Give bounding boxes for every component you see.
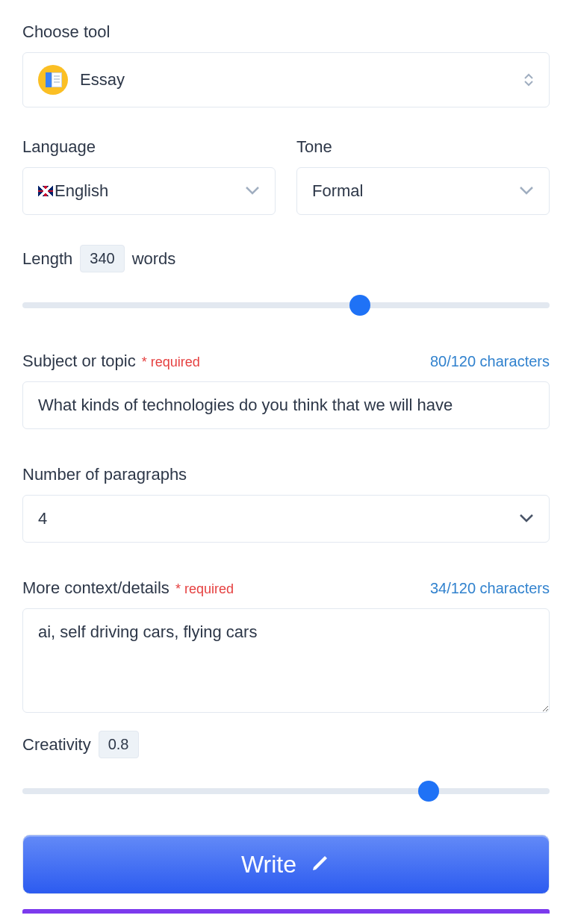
write-button[interactable]: Write [22, 834, 550, 894]
context-required: * required [175, 581, 234, 597]
chevron-down-icon [519, 512, 534, 525]
context-input[interactable] [22, 608, 550, 713]
length-value: 340 [80, 245, 124, 272]
length-slider[interactable] [22, 295, 550, 316]
language-select[interactable]: English [22, 167, 276, 215]
length-label: Length [22, 249, 72, 269]
paragraphs-value: 4 [38, 509, 47, 528]
pencil-icon [310, 852, 331, 876]
subject-required: * required [142, 355, 200, 370]
essay-icon [38, 65, 68, 95]
language-label: Language [22, 137, 276, 157]
length-unit: words [132, 249, 176, 269]
creativity-slider[interactable] [22, 781, 550, 802]
updown-icon [523, 73, 534, 87]
tool-select-value: Essay [80, 70, 125, 90]
tone-select[interactable]: Formal [296, 167, 550, 215]
creativity-label: Creativity [22, 735, 91, 755]
flag-uk-icon [38, 186, 53, 196]
chevron-down-icon [245, 184, 260, 198]
subject-counter: 80/120 characters [430, 353, 550, 370]
subject-label: Subject or topic [22, 352, 136, 371]
paragraphs-select[interactable]: 4 [22, 495, 550, 543]
context-counter: 34/120 characters [430, 580, 550, 597]
tone-label: Tone [296, 137, 550, 157]
creativity-value: 0.8 [99, 731, 139, 758]
paragraphs-label: Number of paragraphs [22, 465, 550, 484]
bottom-bar [22, 909, 550, 914]
language-value: English [55, 181, 108, 201]
context-label: More context/details [22, 578, 170, 598]
subject-input[interactable] [22, 381, 550, 429]
tool-select[interactable]: Essay [22, 52, 550, 107]
tone-value: Formal [312, 181, 363, 201]
chevron-down-icon [519, 184, 534, 198]
write-button-label: Write [241, 851, 296, 878]
choose-tool-label: Choose tool [22, 22, 550, 42]
